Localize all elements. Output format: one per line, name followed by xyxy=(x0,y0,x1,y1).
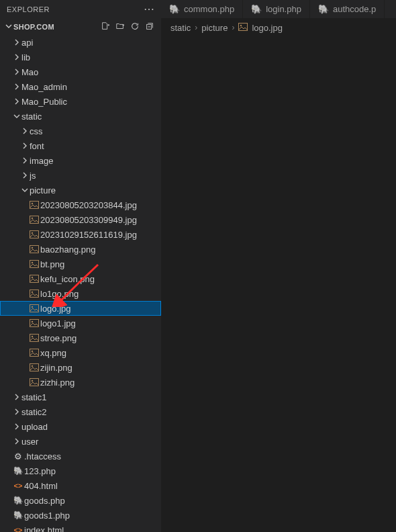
tree-folder[interactable]: Mao_admin xyxy=(0,79,161,94)
tree-file[interactable]: lo1go.png xyxy=(0,286,161,301)
tree-item-label: Mao_admin xyxy=(21,82,161,92)
tree-folder[interactable]: picture xyxy=(0,183,161,197)
tree-folder[interactable]: image xyxy=(0,153,161,168)
svg-point-8 xyxy=(32,247,33,249)
editor-tabs: 🐘common.php🐘login.php🐘authcode.p xyxy=(161,0,396,19)
tree-file[interactable]: 20230805203203844.jpg xyxy=(0,197,161,212)
tree-item-label: static1 xyxy=(21,392,161,402)
tree-file[interactable]: kefu_icon.png xyxy=(0,271,161,286)
tree-folder[interactable]: Mao xyxy=(0,64,161,79)
tree-item-label: Mao_Public xyxy=(21,97,161,107)
chevron-right-icon xyxy=(20,172,30,179)
tree-file[interactable]: 20230805203309949.jpg xyxy=(0,212,161,227)
tree-folder[interactable]: css xyxy=(0,124,161,138)
app-root: EXPLORER ⋯ SHOP.COM xyxy=(0,0,396,532)
tree-file[interactable]: 🐘goods1.php xyxy=(0,508,161,523)
workspace-actions xyxy=(101,21,158,33)
tree-item-label: logo.jpg xyxy=(40,304,161,314)
svg-rect-19 xyxy=(30,335,39,342)
tree-folder[interactable]: font xyxy=(0,138,161,153)
breadcrumb-segment[interactable]: logo.jpg xyxy=(252,23,283,33)
tree-item-label: zizhi.png xyxy=(40,378,161,388)
chevron-right-icon xyxy=(12,408,21,415)
tree-item-label: lib xyxy=(21,52,161,62)
editor-tab[interactable]: 🐘common.php xyxy=(161,0,243,18)
tree-file[interactable]: <>404.html xyxy=(0,478,161,493)
svg-rect-1 xyxy=(30,202,39,209)
chevron-right-icon xyxy=(12,54,21,60)
svg-rect-3 xyxy=(30,216,39,224)
svg-point-2 xyxy=(32,203,33,204)
chevron-down-icon xyxy=(12,113,21,120)
tree-item-label: stroe.png xyxy=(40,333,161,343)
chevron-right-icon xyxy=(12,394,21,400)
img-file-icon xyxy=(28,304,40,312)
img-file-icon xyxy=(238,23,248,33)
tree-file[interactable]: bt.png xyxy=(0,257,161,271)
tree-file[interactable]: stroe.png xyxy=(0,330,161,345)
tree-item-label: image xyxy=(30,156,161,166)
new-file-icon[interactable] xyxy=(101,21,110,33)
tree-file[interactable]: 🐘goods.php xyxy=(0,493,161,508)
chevron-right-icon xyxy=(12,69,21,75)
editor-tab[interactable]: 🐘authcode.p xyxy=(310,0,385,18)
refresh-icon[interactable] xyxy=(130,21,140,33)
tree-file[interactable]: xq.png xyxy=(0,345,161,360)
img-file-icon xyxy=(28,349,40,357)
tree-item-label: lo1go.png xyxy=(40,289,161,299)
breadcrumb-segment[interactable]: static xyxy=(170,23,191,33)
svg-rect-15 xyxy=(30,305,39,312)
tree-file[interactable]: zizhi.png xyxy=(0,375,161,390)
svg-rect-11 xyxy=(30,275,39,283)
tree-folder[interactable]: static1 xyxy=(0,390,161,404)
tree-file[interactable]: 🐘123.php xyxy=(0,463,161,478)
tree-item-label: css xyxy=(30,126,161,136)
tree-item-label: xq.png xyxy=(40,348,161,358)
tree-file[interactable]: logo1.jpg xyxy=(0,316,161,330)
svg-rect-13 xyxy=(30,290,39,298)
svg-point-28 xyxy=(240,24,242,26)
new-folder-icon[interactable] xyxy=(115,21,125,33)
tree-file[interactable]: 20231029152611619.jpg xyxy=(0,227,161,242)
tree-file[interactable]: baozhang.png xyxy=(0,242,161,257)
php-file-icon: 🐘 xyxy=(169,4,180,14)
file-tree[interactable]: apilibMaoMao_adminMao_Publicstaticcssfon… xyxy=(0,35,161,532)
tree-item-label: static2 xyxy=(21,407,161,417)
tree-file[interactable]: zijin.png xyxy=(0,360,161,375)
tree-file[interactable]: <>index.html xyxy=(0,523,161,532)
tree-item-label: font xyxy=(30,141,161,151)
chevron-right-icon xyxy=(12,423,21,430)
html-file-icon: <> xyxy=(12,526,24,532)
breadcrumb-segment[interactable]: picture xyxy=(201,23,228,33)
tab-label: common.php xyxy=(184,4,234,14)
img-file-icon xyxy=(28,216,40,224)
tree-folder[interactable]: Mao_Public xyxy=(0,94,161,109)
tree-item-label: api xyxy=(21,38,161,48)
tree-file[interactable]: ⚙.htaccess xyxy=(0,449,161,463)
tree-file[interactable]: logo.jpg xyxy=(0,301,161,316)
workspace-header[interactable]: SHOP.COM xyxy=(0,19,161,35)
tree-item-label: upload xyxy=(21,422,161,432)
tree-folder[interactable]: user xyxy=(0,434,161,449)
chevron-right-icon xyxy=(20,142,30,149)
svg-point-20 xyxy=(32,336,33,337)
explorer-header: EXPLORER ⋯ xyxy=(0,0,161,19)
tree-folder[interactable]: upload xyxy=(0,419,161,434)
explorer-title: EXPLORER xyxy=(7,5,50,13)
chevron-right-icon xyxy=(20,157,30,164)
img-file-icon xyxy=(28,260,40,268)
tree-item-label: 20230805203309949.jpg xyxy=(40,215,161,225)
svg-rect-17 xyxy=(30,320,39,327)
tree-folder[interactable]: static2 xyxy=(0,404,161,419)
tree-folder[interactable]: api xyxy=(0,35,161,50)
svg-point-24 xyxy=(32,365,33,367)
editor-content xyxy=(161,36,396,532)
tree-folder[interactable]: static xyxy=(0,109,161,124)
editor-tab[interactable]: 🐘login.php xyxy=(243,0,310,18)
tree-item-label: kefu_icon.png xyxy=(40,274,161,284)
tree-item-label: bt.png xyxy=(40,259,161,269)
tree-folder[interactable]: lib xyxy=(0,50,161,64)
collapse-all-icon[interactable] xyxy=(145,21,154,33)
more-icon[interactable]: ⋯ xyxy=(144,4,155,15)
tree-folder[interactable]: js xyxy=(0,168,161,183)
